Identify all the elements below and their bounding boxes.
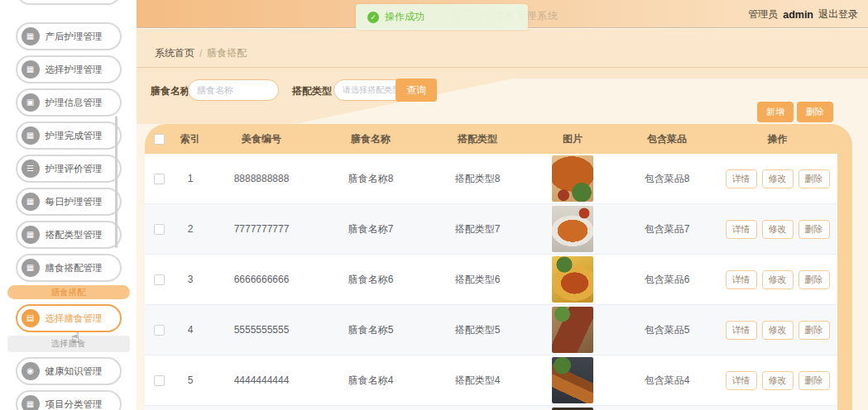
diet-table: 索引美食编号膳食名称搭配类型图片包含菜品操作 1 8888888888 膳食名称… — [145, 124, 837, 410]
select-all-checkbox[interactable] — [154, 134, 165, 145]
edit-button[interactable]: 修改 — [762, 270, 794, 289]
add-button[interactable]: 新增 — [757, 102, 794, 122]
cell-dishes: 包含菜品5 — [616, 323, 717, 337]
cell-food-number: 5555555555 — [208, 324, 315, 336]
detail-button[interactable]: 详情 — [726, 371, 757, 390]
sidebar-item[interactable]: ▦ 护理完成管理 — [16, 122, 122, 150]
sidebar-item[interactable]: ▦ 膳食搭配管理 — [16, 254, 122, 282]
sidebar-item-label: 选择膳食管理 — [46, 312, 103, 325]
sidebar-item-label: 产后护理管理 — [46, 31, 103, 43]
diet-name-input[interactable] — [188, 79, 279, 101]
menu-grid-icon: ▦ — [22, 27, 40, 45]
sidebar-scrollbar[interactable] — [115, 116, 117, 248]
sidebar-item[interactable]: ▣ 护理信息管理 — [16, 88, 122, 117]
food-photo — [552, 155, 593, 202]
row-checkbox-cell — [145, 174, 173, 184]
sidebar-item[interactable]: ☰ 护理评价管理 — [16, 155, 122, 183]
cell-diet-name: 膳食名称6 — [315, 273, 426, 287]
cell-photo — [529, 307, 616, 353]
row-checkbox-cell — [145, 274, 173, 285]
menu-grid-icon: ▦ — [22, 60, 40, 79]
edit-button[interactable]: 修改 — [762, 220, 794, 239]
batch-delete-button[interactable]: 删除 — [797, 102, 833, 122]
search-button[interactable]: 查询 — [396, 79, 437, 102]
sidebar-item[interactable]: ▦ 产后护理管理 — [16, 22, 122, 50]
table-row: 4 5555555555 膳食名称5 搭配类型5 包含菜品5 详情修改删除 — [145, 305, 837, 355]
edit-button[interactable]: 修改 — [762, 169, 794, 188]
header-checkbox-cell — [145, 134, 173, 145]
select-placeholder: 请选择搭配类型 — [343, 84, 400, 96]
header-cell: 搭配类型 — [426, 132, 529, 146]
sidebar-item[interactable]: ▦ 每日护理管理 — [16, 188, 122, 216]
row-checkbox-cell — [145, 325, 173, 336]
cell-food-number: 6666666666 — [208, 274, 315, 285]
app-window: 月子中心信息管理系统 管理员 admin 退出登录 ✓ 操作成功 系统首页 / … — [0, 0, 868, 410]
food-photo — [552, 307, 593, 353]
cell-dishes: 包含菜品6 — [616, 273, 717, 287]
sidebar-item-label: 选择护理管理 — [46, 64, 103, 76]
delete-button[interactable]: 删除 — [798, 169, 830, 188]
header-cell: 包含菜品 — [616, 132, 717, 146]
edit-button[interactable]: 修改 — [762, 371, 794, 390]
cell-index: 1 — [173, 173, 208, 184]
table-row: 5 4444444444 膳食名称4 搭配类型4 包含菜品4 详情修改删除 — [145, 355, 837, 406]
cell-actions: 详情修改删除 — [717, 270, 837, 289]
row-checkbox[interactable] — [154, 325, 165, 336]
cell-dishes: 包含菜品8 — [616, 172, 717, 186]
edit-button[interactable]: 修改 — [762, 321, 794, 340]
cell-dishes: 包含菜品7 — [616, 222, 717, 236]
menu-grid-icon: ☰ — [22, 160, 40, 178]
cell-dishes: 包含菜品4 — [616, 374, 717, 388]
cell-match-type: 搭配类型4 — [426, 374, 529, 388]
delete-button[interactable]: 删除 — [798, 270, 830, 289]
logout-link[interactable]: 退出登录 — [818, 7, 858, 21]
row-checkbox[interactable] — [154, 224, 165, 235]
sidebar-item-label: 护理完成管理 — [46, 130, 103, 142]
cell-match-type: 搭配类型8 — [426, 172, 529, 186]
success-toast: ✓ 操作成功 — [356, 4, 528, 30]
food-photo — [552, 206, 593, 252]
sidebar-item[interactable]: ◉ 健康知识管理 — [16, 357, 122, 385]
table-row: 3 6666666666 膳食名称6 搭配类型6 包含菜品6 详情修改删除 — [145, 255, 837, 305]
cell-match-type: 搭配类型6 — [426, 273, 529, 287]
sidebar-item[interactable]: ▤ 选择膳食管理 — [16, 304, 122, 332]
match-type-label: 搭配类型 — [292, 84, 332, 98]
detail-button[interactable]: 详情 — [726, 321, 757, 340]
table-row: 2 7777777777 膳食名称7 搭配类型7 包含菜品7 详情修改删除 — [145, 204, 837, 255]
header-cell: 美食编号 — [208, 132, 315, 146]
toast-message: 操作成功 — [385, 10, 424, 24]
menu-grid-icon: ▦ — [22, 395, 40, 410]
sidebar-item[interactable]: ▦ — [16, 0, 122, 5]
row-checkbox[interactable] — [154, 375, 165, 386]
breadcrumb-home[interactable]: 系统首页 — [155, 46, 194, 60]
breadcrumb-divider — [137, 67, 868, 68]
breadcrumb-current: 膳食搭配 — [207, 46, 247, 60]
detail-button[interactable]: 详情 — [726, 169, 757, 188]
sidebar-subitem[interactable]: 选择膳食 — [7, 336, 130, 352]
username: admin — [783, 9, 813, 21]
detail-button[interactable]: 详情 — [726, 220, 757, 239]
diet-name-label: 膳食名称 — [151, 84, 190, 98]
breadcrumb: 系统首页 / 膳食搭配 — [155, 46, 247, 60]
row-checkbox[interactable] — [154, 174, 165, 184]
menu-grid-icon: ◉ — [22, 362, 40, 380]
sidebar-subitem[interactable]: 膳食搭配 — [7, 285, 130, 299]
row-checkbox[interactable] — [154, 274, 165, 285]
breadcrumb-separator: / — [199, 48, 202, 60]
sidebar-item[interactable]: ▦ 搭配类型管理 — [16, 221, 122, 249]
sidebar-subitem-label: 膳食搭配 — [51, 287, 86, 298]
menu-grid-icon: ▦ — [22, 226, 40, 244]
cell-index: 2 — [173, 223, 208, 235]
detail-button[interactable]: 详情 — [726, 270, 757, 289]
header-cell: 膳食名称 — [315, 132, 426, 146]
delete-button[interactable]: 删除 — [798, 371, 830, 390]
delete-button[interactable]: 删除 — [798, 321, 830, 340]
sidebar-subitem-label: 选择膳食 — [51, 338, 86, 350]
header-cell: 索引 — [173, 132, 208, 146]
table-header-row: 索引美食编号膳食名称搭配类型图片包含菜品操作 — [145, 124, 837, 154]
delete-button[interactable]: 删除 — [798, 220, 830, 239]
success-check-icon: ✓ — [367, 12, 379, 23]
sidebar-item[interactable]: ▦ 选择护理管理 — [16, 55, 122, 83]
sidebar-item[interactable]: ▦ 项目分类管理 — [16, 390, 122, 410]
food-photo — [552, 256, 593, 303]
